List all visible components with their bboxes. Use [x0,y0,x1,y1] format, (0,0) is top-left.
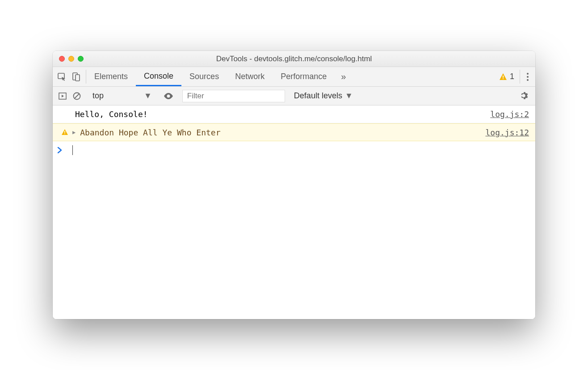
eye-icon [163,92,174,100]
svg-rect-2 [76,75,80,81]
close-window-button[interactable] [59,56,65,62]
maximize-window-button[interactable] [78,56,84,62]
kebab-icon [526,72,529,81]
chevron-right-icon: » [341,71,346,82]
console-warn-row[interactable]: ▶ Abandon Hope All Ye Who Enter log.js:1… [53,123,535,141]
device-toolbar-icon[interactable] [71,72,81,82]
prompt-chevron-icon [57,147,70,153]
console-toolbar: top ▼ Default levels ▼ [53,87,535,105]
warnings-count: 1 [510,72,514,81]
clear-console-icon[interactable] [72,92,81,101]
log-source-link[interactable]: log.js:2 [490,109,529,119]
svg-rect-12 [64,131,65,133]
more-tabs-button[interactable]: » [335,67,352,86]
titlebar: DevTools - devtools.glitch.me/console/lo… [53,51,535,67]
inspect-element-icon[interactable] [57,72,67,82]
svg-point-11 [167,94,170,97]
warn-source-link[interactable]: log.js:12 [485,128,529,137]
text-cursor [72,145,73,155]
tab-elements[interactable]: Elements [86,67,136,86]
svg-line-10 [75,94,79,98]
devtools-window: DevTools - devtools.glitch.me/console/lo… [53,51,535,319]
minimize-window-button[interactable] [68,56,74,62]
console-input-row[interactable] [53,141,535,159]
dropdown-triangle-icon: ▼ [144,91,152,101]
warn-message: Abandon Hope All Ye Who Enter [77,128,485,137]
warning-icon [61,129,68,136]
svg-rect-3 [503,76,504,78]
gear-icon [520,92,529,101]
levels-label: Default levels [294,91,342,101]
tab-bar: Elements Console Sources Network Perform… [53,67,535,87]
tab-console[interactable]: Console [136,67,181,86]
filter-input[interactable] [182,90,285,102]
svg-rect-13 [64,134,65,135]
context-label: top [92,91,104,101]
toggle-drawer-icon[interactable] [58,92,67,101]
warnings-counter[interactable]: 1 [494,67,520,86]
more-options-button[interactable] [520,67,535,86]
svg-point-5 [527,73,529,75]
expand-triangle-icon[interactable]: ▶ [72,129,76,135]
warning-icon [499,73,507,81]
context-selector[interactable]: top ▼ [87,91,157,101]
svg-point-6 [527,76,529,78]
console-log-row[interactable]: Hello, Console! log.js:2 [53,105,535,123]
svg-point-7 [527,79,529,81]
tab-network[interactable]: Network [227,67,273,86]
window-title: DevTools - devtools.glitch.me/console/lo… [53,55,535,63]
tab-sources[interactable]: Sources [181,67,227,86]
live-expression-button[interactable] [158,92,179,100]
svg-rect-4 [503,78,504,79]
log-levels-selector[interactable]: Default levels ▼ [288,91,359,101]
traffic-lights [53,56,84,62]
dropdown-triangle-icon: ▼ [345,91,353,101]
log-message: Hello, Console! [72,109,490,119]
tab-performance[interactable]: Performance [273,67,335,86]
console-output: Hello, Console! log.js:2 ▶ Abandon Hope … [53,105,535,319]
console-settings-button[interactable] [514,92,535,101]
